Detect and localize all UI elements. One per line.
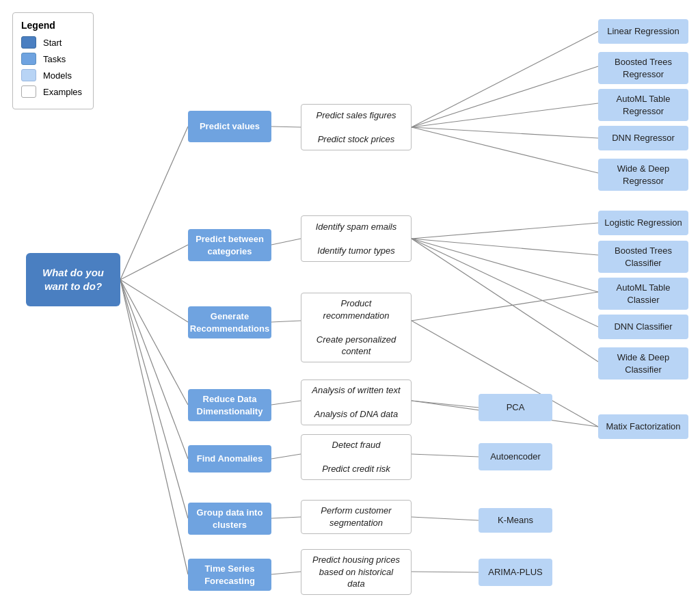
svg-line-10 (271, 401, 301, 405)
model-kmeans[interactable]: K-Means (479, 508, 552, 533)
svg-line-14 (412, 31, 598, 127)
legend-color-tasks (21, 53, 36, 65)
model-automl-cls[interactable]: AutoML Table Classier (598, 278, 688, 310)
legend-item-start: Start (21, 36, 82, 49)
svg-line-4 (120, 280, 188, 459)
legend-item-models: Models (21, 69, 82, 81)
svg-line-18 (412, 127, 598, 173)
svg-line-17 (412, 127, 598, 138)
svg-line-21 (412, 239, 598, 292)
model-matrix-fact[interactable]: Matix Factorization (598, 414, 688, 439)
model-wide-deep-cls[interactable]: Wide & Deep Classifier (598, 347, 688, 380)
svg-line-30 (412, 572, 479, 572)
start-node[interactable]: What do you want to do? (26, 253, 120, 306)
model-boosted-reg[interactable]: Boosted Trees Regressor (598, 52, 688, 84)
example-ex-predict-values[interactable]: Predict sales figures Predict stock pric… (301, 104, 412, 150)
svg-line-11 (271, 454, 301, 459)
svg-line-24 (412, 292, 598, 321)
model-dnn-reg[interactable]: DNN Regressor (598, 126, 688, 150)
svg-line-6 (120, 280, 188, 574)
svg-line-23 (412, 239, 598, 362)
legend-item-tasks: Tasks (21, 53, 82, 65)
example-ex-clusters[interactable]: Perform customer segmentation (301, 500, 412, 534)
legend-color-models (21, 69, 36, 81)
svg-line-8 (271, 239, 301, 245)
svg-line-1 (120, 245, 188, 280)
legend: Legend Start Tasks Models Examples (12, 12, 94, 109)
model-arima[interactable]: ARIMA-PLUS (479, 559, 552, 586)
model-boosted-cls[interactable]: Boosted Trees Classifier (598, 241, 688, 273)
legend-label-models: Models (43, 70, 72, 81)
model-linear-reg[interactable]: Linear Regression (598, 19, 688, 44)
svg-line-15 (412, 66, 598, 127)
legend-label-examples: Examples (43, 87, 82, 97)
task-predict-categories[interactable]: Predict between categories (188, 229, 271, 261)
task-generate-rec[interactable]: Generate Recommendations (188, 306, 271, 338)
svg-line-19 (412, 223, 598, 239)
svg-line-26 (412, 401, 479, 408)
legend-item-examples: Examples (21, 85, 82, 98)
model-automl-reg[interactable]: AutoML Table Regressor (598, 89, 688, 121)
model-pca[interactable]: PCA (479, 394, 552, 421)
example-ex-categories[interactable]: Identify spam emails Identify tumor type… (301, 215, 412, 262)
legend-title: Legend (21, 20, 82, 31)
model-dnn-cls[interactable]: DNN Classifier (598, 315, 688, 339)
svg-line-28 (412, 454, 479, 457)
svg-line-16 (412, 103, 598, 127)
svg-line-5 (120, 280, 188, 518)
example-ex-dim[interactable]: Analysis of written text Analysis of DNA… (301, 380, 412, 425)
task-predict-values[interactable]: Predict values (188, 111, 271, 142)
svg-line-20 (412, 239, 598, 255)
task-group-clusters[interactable]: Group data into clusters (188, 503, 271, 535)
svg-line-2 (120, 280, 188, 322)
example-ex-timeseries[interactable]: Predict housing prices based on historic… (301, 549, 412, 595)
svg-line-13 (271, 572, 301, 574)
model-logistic-reg[interactable]: Logistic Regression (598, 211, 688, 235)
svg-line-0 (120, 127, 188, 280)
legend-label-tasks: Tasks (43, 54, 66, 64)
svg-line-3 (120, 280, 188, 405)
legend-label-start: Start (43, 38, 62, 48)
svg-line-12 (271, 517, 301, 518)
example-ex-rec[interactable]: Product recommendation Create personaliz… (301, 293, 412, 362)
legend-color-examples (21, 85, 36, 98)
task-find-anomalies[interactable]: Find Anomalies (188, 445, 271, 472)
svg-line-22 (412, 239, 598, 327)
svg-line-7 (271, 127, 301, 127)
svg-line-9 (271, 321, 301, 322)
svg-line-29 (412, 517, 479, 520)
model-wide-deep-reg[interactable]: Wide & Deep Regressor (598, 159, 688, 191)
task-time-series[interactable]: Time Series Forecasting (188, 559, 271, 591)
task-reduce-dim[interactable]: Reduce Data Dimenstionality (188, 389, 271, 421)
model-autoencoder[interactable]: Autoencoder (479, 443, 552, 470)
example-ex-anomalies[interactable]: Detect fraud Predict credit risk (301, 434, 412, 480)
legend-color-start (21, 36, 36, 49)
